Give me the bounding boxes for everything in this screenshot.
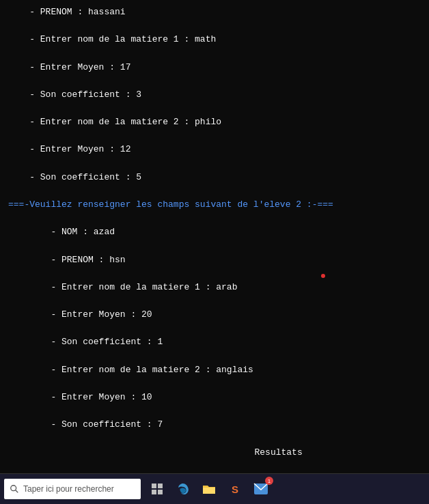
mail-badge: 1 <box>265 477 273 485</box>
line-matiere2-philo: - Entrer nom de la matiere 2 : philo <box>8 115 421 129</box>
svg-line-1 <box>16 490 18 493</box>
line-moyen-12: - Entrer Moyen : 12 <box>8 143 421 156</box>
terminal-content: - PRENOM : hassani - Entrer nom de la ma… <box>8 5 421 473</box>
line-empty7 <box>8 184 421 198</box>
line-matiere1-arab: - Entrer nom de la matiere 1 : arab <box>8 281 421 294</box>
line-empty9 <box>8 239 421 253</box>
svg-rect-3 <box>158 484 163 488</box>
line-empty4 <box>8 102 421 115</box>
line-empty1 <box>8 19 421 33</box>
mail-icon[interactable]: 1 <box>251 479 271 499</box>
line-moyen-17: - Entrer Moyen : 17 <box>8 61 421 74</box>
line-coeff-3: - Son coefficient : 3 <box>8 88 421 102</box>
line-empty15 <box>8 404 421 418</box>
line-empty16 <box>8 432 421 445</box>
line-nom-azad: - NOM : azad <box>8 225 421 239</box>
line-empty17 <box>8 460 421 473</box>
svg-rect-5 <box>158 490 163 494</box>
multi-window-icon[interactable] <box>148 479 167 499</box>
line-eleve2-header: ===-Veuillez renseigner les champs suiva… <box>8 198 421 212</box>
line-matiere2-anglais: - Entrer nom de la matiere 2 : anglais <box>8 363 421 377</box>
line-prenom: - PRENOM : hassani <box>8 5 421 19</box>
line-empty3 <box>8 74 421 88</box>
cursor-indicator <box>321 274 325 278</box>
line-prenom-hsn: - PRENOM : hsn <box>8 253 421 267</box>
line-empty2 <box>8 46 421 60</box>
taskbar: Taper ici pour rechercher S <box>0 473 429 504</box>
taskbar-icons: S 1 <box>148 479 271 499</box>
line-coeff-1: - Son coefficient : 1 <box>8 335 421 349</box>
line-empty10 <box>8 267 421 281</box>
line-coeff-5: - Son coefficient : 5 <box>8 171 421 184</box>
line-empty8 <box>8 212 421 225</box>
line-empty12 <box>8 322 421 335</box>
search-placeholder: Taper ici pour rechercher <box>23 484 114 494</box>
line-moyen-20: - Entrer Moyen : 20 <box>8 308 421 322</box>
svg-rect-2 <box>152 484 156 488</box>
edge-browser-icon[interactable] <box>174 479 193 499</box>
line-empty14 <box>8 377 421 391</box>
line-resultats: Resultats <box>8 446 421 460</box>
line-moyen-10: - Entrer Moyen : 10 <box>8 391 421 404</box>
svg-point-0 <box>11 486 16 491</box>
line-empty11 <box>8 294 421 308</box>
line-matiere1-math: - Entrer nom de la matiere 1 : math <box>8 33 421 46</box>
file-explorer-icon[interactable] <box>199 479 219 499</box>
search-icon <box>10 484 19 494</box>
line-coeff-7: - Son coefficient : 7 <box>8 418 421 432</box>
sublime-text-icon[interactable]: S <box>225 479 245 499</box>
line-empty13 <box>8 350 421 363</box>
line-empty6 <box>8 157 421 171</box>
terminal-window: - PRENOM : hassani - Entrer nom de la ma… <box>0 0 429 473</box>
line-empty5 <box>8 129 421 143</box>
taskbar-search[interactable]: Taper ici pour rechercher <box>4 479 141 499</box>
svg-rect-4 <box>152 490 156 494</box>
